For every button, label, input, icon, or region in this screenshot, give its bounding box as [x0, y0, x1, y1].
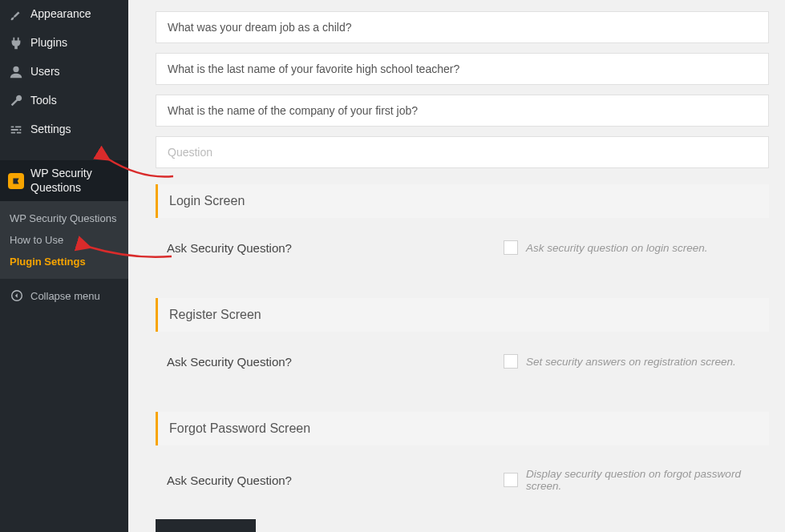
setting-label: Ask Security Question? — [167, 355, 504, 369]
section-forgot-password-screen: Forgot Password Screen — [156, 412, 769, 445]
security-question-input[interactable]: What is the name of the company of your … — [156, 95, 769, 127]
sidebar-item-users[interactable]: Users — [0, 58, 128, 87]
security-question-input[interactable]: What was your dream job as a child? — [156, 11, 769, 43]
sidebar-item-wp-security-questions[interactable]: WP Security Questions — [0, 160, 128, 201]
setting-desc: Display security question on forgot pass… — [526, 468, 758, 492]
section-login-screen: Login Screen — [156, 184, 769, 218]
sidebar-label: Plugins — [30, 36, 67, 50]
user-icon — [8, 64, 24, 80]
sidebar-item-settings[interactable]: Settings — [0, 115, 128, 144]
setting-label: Ask Security Question? — [167, 474, 504, 487]
ask-login-checkbox[interactable] — [504, 240, 518, 255]
sidebar-label: Appearance — [30, 7, 91, 22]
sidebar-label: Users — [30, 65, 60, 79]
collapse-label: Collapse menu — [30, 290, 100, 302]
collapse-icon — [10, 288, 24, 303]
plug-icon — [8, 35, 24, 51]
setting-row-forgot: Ask Security Question? Display security … — [156, 468, 769, 519]
collapse-menu[interactable]: Collapse menu — [0, 282, 128, 309]
setting-row-login: Ask Security Question? Ask security ques… — [156, 240, 769, 282]
submenu-item-how-to-use[interactable]: How to Use — [0, 229, 128, 251]
sidebar-item-tools[interactable]: Tools — [0, 87, 128, 115]
security-question-input[interactable]: What is the last name of your favorite h… — [156, 53, 769, 85]
sidebar-label: WP Security Questions — [30, 167, 122, 195]
sidebar-label: Settings — [30, 123, 71, 137]
sidebar-label: Tools — [30, 94, 57, 108]
sliders-icon — [8, 122, 24, 138]
wrench-icon — [8, 93, 24, 109]
sidebar-item-plugins[interactable]: Plugins — [0, 29, 128, 58]
section-register-screen: Register Screen — [156, 298, 769, 332]
submenu-item-wp-security-questions[interactable]: WP Security Questions — [0, 208, 128, 229]
sidebar-item-appearance[interactable]: Appearance — [0, 0, 128, 29]
setting-label: Ask Security Question? — [167, 241, 504, 255]
security-question-input-new[interactable]: Question — [156, 136, 769, 168]
sidebar-submenu: WP Security Questions How to Use Plugin … — [0, 201, 128, 279]
setting-desc: Ask security question on login screen. — [526, 242, 708, 254]
admin-sidebar: Appearance Plugins Users Tools Settings — [0, 0, 128, 532]
brush-icon — [8, 6, 24, 22]
submenu-item-plugin-settings[interactable]: Plugin Settings — [0, 251, 128, 272]
svg-point-0 — [13, 66, 18, 72]
plugin-badge-icon — [8, 173, 24, 189]
ask-register-checkbox[interactable] — [504, 354, 518, 369]
ask-forgot-checkbox[interactable] — [504, 473, 518, 487]
save-setting-button[interactable]: Save Setting — [156, 519, 256, 532]
main-content: What was your dream job as a child? What… — [128, 0, 785, 532]
setting-row-register: Ask Security Question? Set security answ… — [156, 354, 769, 396]
setting-desc: Set security answers on registration scr… — [526, 356, 736, 368]
